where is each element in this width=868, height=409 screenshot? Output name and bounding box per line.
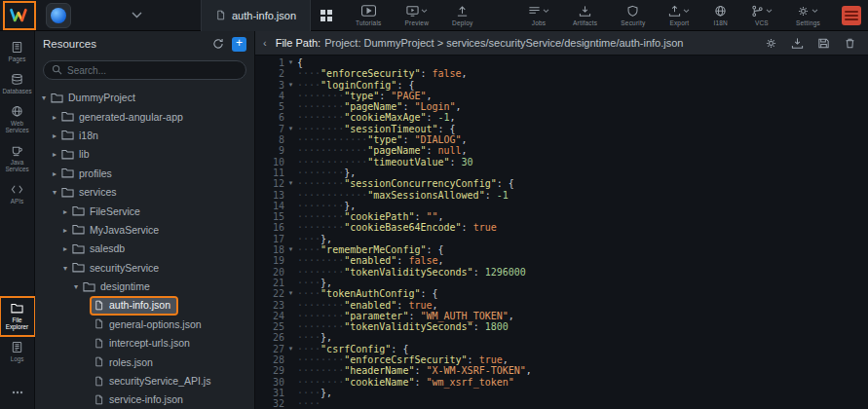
fold-toggle-icon[interactable]: ▾ xyxy=(284,57,297,68)
fold-gutter xyxy=(284,101,297,112)
topbar-artifacts-button[interactable]: Artifacts xyxy=(573,5,597,26)
collapse-panel-icon[interactable]: ‹ xyxy=(263,37,267,49)
fold-toggle-icon[interactable]: ▾ xyxy=(284,80,297,91)
fold-toggle-icon[interactable]: ▾ xyxy=(284,178,297,189)
code-line-content: ············"maxSessionsAllowed": -1 xyxy=(297,190,509,201)
folder-icon xyxy=(11,302,23,315)
dashboard-grid-icon[interactable] xyxy=(321,10,332,21)
topbar-settings-label: Settings xyxy=(796,19,820,26)
add-resource-button[interactable]: + xyxy=(232,37,246,52)
tree-item-label: DummyProject xyxy=(68,92,135,103)
tab-auth-info-json[interactable]: auth-info.json xyxy=(201,0,311,31)
tree-folder-securityservice[interactable]: ▾ securityService xyxy=(35,259,254,278)
code-editor[interactable]: 1 ▾ { 2 ····"enforceSecurity": false, 3 … xyxy=(255,56,868,409)
editor-panel: ‹ File Path:Project: DummyProject > serv… xyxy=(255,31,868,409)
chevron-down-icon[interactable] xyxy=(132,12,142,19)
sidebar-item-pages[interactable]: Pages xyxy=(1,37,34,67)
delete-icon[interactable] xyxy=(844,37,856,50)
code-line-content: ············"timeoutValue": 30 xyxy=(297,157,473,167)
fold-toggle-icon[interactable]: ▾ xyxy=(284,244,297,255)
line-number: 4 xyxy=(255,91,284,101)
code-line-content: ········"cookieName": "wm_xsrf_token" xyxy=(297,377,514,388)
left-rail: Pages Databases Web Services Java Servic… xyxy=(0,31,35,409)
file-icon xyxy=(94,317,104,330)
chevron-down-icon: ▾ xyxy=(71,282,81,291)
file-path-label: File Path: xyxy=(276,37,321,49)
topbar-export-button[interactable]: Export xyxy=(668,5,690,26)
sidebar-item-more[interactable] xyxy=(1,383,34,403)
database-icon xyxy=(11,73,23,86)
topbar-preview-button[interactable]: Preview xyxy=(405,5,430,26)
sidebar-item-databases[interactable]: Databases xyxy=(1,69,34,99)
settings-icon[interactable] xyxy=(765,37,777,50)
tree-folder-designtime[interactable]: ▾ designtime xyxy=(35,278,254,296)
globe-icon xyxy=(11,105,23,118)
fold-toggle-icon[interactable]: ▾ xyxy=(284,124,297,134)
folder-icon xyxy=(83,280,95,293)
resources-header: Resources + xyxy=(35,31,254,56)
topbar-jobs-button[interactable]: Jobs xyxy=(528,5,549,26)
wavemaker-logo[interactable] xyxy=(5,3,34,28)
fold-toggle-icon[interactable]: ▾ xyxy=(284,344,297,354)
tree-folder-services[interactable]: ▾ services xyxy=(35,183,254,202)
sidebar-item-file-explorer[interactable]: File Explorer xyxy=(1,298,34,335)
topbar-deploy-button[interactable]: Deploy xyxy=(452,5,472,26)
topbar-right-actions: Jobs Artifacts Security Export I18N VCS … xyxy=(505,0,820,30)
sidebar-item-label: Java Services xyxy=(1,159,34,172)
tree-file-general-options-json[interactable]: general-options.json xyxy=(35,316,254,334)
topbar-i18n-button[interactable]: I18N xyxy=(713,5,728,26)
folder-icon xyxy=(61,148,74,161)
tree-file-service-info-json[interactable]: service-info.json xyxy=(35,390,254,409)
topbar-tutorials-button[interactable]: Tutorials xyxy=(356,5,381,26)
code-line-content: ········"cookieMaxAge": -1, xyxy=(297,112,456,123)
topbar-settings-button[interactable]: Settings xyxy=(796,5,820,26)
tree-folder-salesdb[interactable]: ▸ salesdb xyxy=(35,240,254,258)
tree-item-label: securityService xyxy=(90,262,159,274)
topbar-vcs-button[interactable]: VCS xyxy=(751,5,773,26)
line-number: 17 xyxy=(255,234,284,244)
refresh-icon[interactable] xyxy=(212,38,224,50)
code-line-21: 21 ····}, xyxy=(255,278,868,288)
code-line-content: ········"enabled": true, xyxy=(297,300,438,311)
chevron-right-icon: ▸ xyxy=(60,226,70,235)
tree-folder-generated-angular-app[interactable]: ▸ generated-angular-app xyxy=(35,107,254,126)
tree-folder-myjavaservice[interactable]: ▸ MyJavaService xyxy=(35,221,254,240)
file-icon xyxy=(94,299,104,312)
download-icon[interactable] xyxy=(791,37,804,50)
tree-file-intercept-urls-json[interactable]: intercept-urls.json xyxy=(35,334,254,353)
sidebar-item-web-services[interactable]: Web Services xyxy=(1,101,34,138)
sidebar-item-logs[interactable]: Logs xyxy=(1,337,34,367)
sidebar-item-java-services[interactable]: Java Services xyxy=(1,140,34,177)
code-line-content: ········"tokenValiditySeconds": 1296000 xyxy=(297,267,526,278)
tree-folder-lib[interactable]: ▸ lib xyxy=(35,145,254,164)
file-tree: ▾ DummyProject ▸ generated-angular-app ▸… xyxy=(35,87,254,409)
tree-folder-i18n[interactable]: ▸ i18n xyxy=(35,127,254,145)
fold-toggle-icon[interactable]: ▾ xyxy=(284,288,297,299)
code-line-content: { xyxy=(297,57,303,68)
menu-icon[interactable] xyxy=(842,6,861,25)
code-line-content: ····"rememberMeConfig": { xyxy=(297,244,444,255)
artifacts-icon xyxy=(579,5,591,18)
project-avatar[interactable] xyxy=(46,3,71,28)
tree-file-auth-info-json[interactable]: auth-info.json xyxy=(35,296,254,315)
code-line-content: ········"sessionConcurrencyConfig": { xyxy=(297,178,514,189)
search-input[interactable] xyxy=(67,65,238,76)
tree-folder-fileservice[interactable]: ▸ FileService xyxy=(35,202,254,220)
tab-label: auth-info.json xyxy=(232,10,296,21)
tree-folder-profiles[interactable]: ▸ profiles xyxy=(35,165,254,183)
tree-file-roles-json[interactable]: roles.json xyxy=(35,353,254,371)
tree-item-label: MyJavaService xyxy=(90,224,159,236)
search-box[interactable] xyxy=(43,60,246,80)
fold-gutter xyxy=(284,91,297,101)
code-line-16: 16 ········"cookieBase64Encode": true xyxy=(255,222,868,233)
tree-item-label: generated-angular-app xyxy=(79,111,183,123)
topbar-security-button[interactable]: Security xyxy=(621,5,645,26)
coffee-icon xyxy=(11,144,23,157)
tree-item-label: services xyxy=(79,186,117,198)
search-area xyxy=(35,56,254,87)
chevron-down-icon xyxy=(766,9,773,14)
save-icon[interactable] xyxy=(817,37,830,50)
tree-folder-dummyproject[interactable]: ▾ DummyProject xyxy=(35,89,254,107)
sidebar-item-apis[interactable]: APIs xyxy=(1,179,34,209)
tree-file-securityservice-api-js[interactable]: securityService_API.js xyxy=(35,372,254,390)
